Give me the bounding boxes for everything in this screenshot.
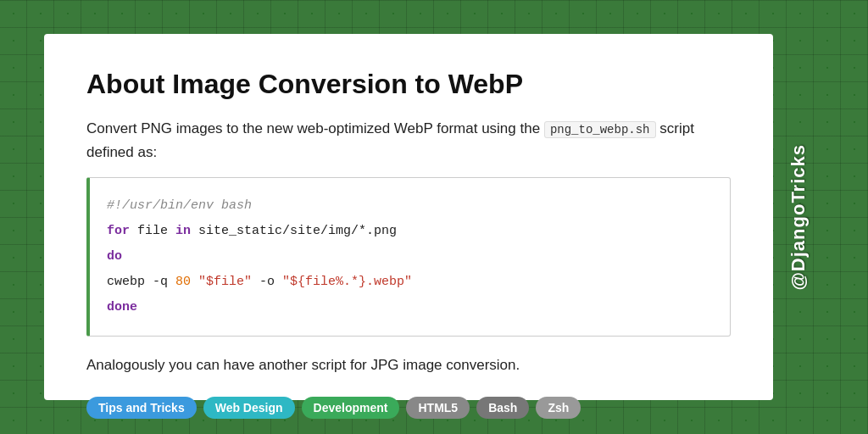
code-comment: #!/usr/bin/env bash	[107, 198, 252, 213]
tags-container: Tips and TricksWeb DesignDevelopmentHTML…	[86, 397, 731, 419]
outro-paragraph: Analogously you can have another script …	[86, 353, 731, 376]
code-o-flag: -o	[259, 275, 282, 289]
inline-code: png_to_webp.sh	[544, 121, 656, 138]
code-file-var: file	[137, 224, 175, 238]
tag-item[interactable]: Web Design	[203, 397, 295, 419]
code-in-keyword: in	[175, 224, 191, 238]
code-block: #!/usr/bin/env bash for file in site_sta…	[86, 177, 731, 337]
code-output-str: "${file%.*}.webp"	[282, 275, 412, 289]
intro-paragraph: Convert PNG images to the new web-optimi…	[86, 117, 731, 163]
page-title: About Image Conversion to WebP	[86, 68, 731, 100]
code-glob: site_static/site/img/*.png	[198, 224, 397, 238]
tag-item[interactable]: Bash	[476, 397, 529, 419]
code-cwebp-cmd: cwebp -q	[107, 275, 175, 289]
code-do-keyword: do	[107, 249, 122, 264]
code-for-keyword: for	[107, 224, 130, 238]
code-line-2: for file in site_static/site/img/*.png	[107, 219, 713, 244]
code-line-4: cwebp -q 80 "$file" -o "${file%.*}.webp"	[107, 270, 713, 295]
code-line-3: do	[107, 244, 713, 270]
intro-text-part1: Convert PNG images to the new web-optimi…	[86, 120, 540, 136]
sidebar-brand-text: @DjangoTricks	[787, 144, 810, 291]
code-file-str: "$file"	[198, 275, 252, 289]
tag-item[interactable]: HTML5	[406, 397, 470, 419]
code-quality-num: 80	[175, 275, 191, 289]
code-done-keyword: done	[107, 300, 137, 314]
code-line-5: done	[107, 295, 713, 320]
code-line-1: #!/usr/bin/env bash	[107, 193, 713, 219]
tag-item[interactable]: Zsh	[536, 397, 581, 419]
sidebar: @DjangoTricks	[773, 34, 824, 400]
tag-item[interactable]: Development	[302, 397, 400, 419]
tag-item[interactable]: Tips and Tricks	[86, 397, 197, 419]
main-card: About Image Conversion to WebP Convert P…	[44, 34, 773, 400]
